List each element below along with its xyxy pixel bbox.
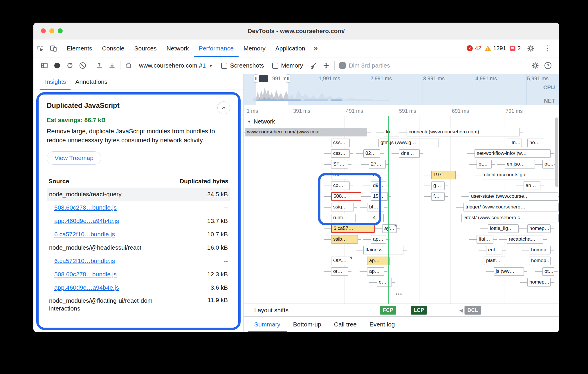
dim-3rd-parties-toggle[interactable]: Dim 3rd parties [339, 62, 390, 69]
more-tabs-button[interactable]: » [310, 39, 321, 57]
tab-network[interactable]: Network [162, 39, 194, 57]
source-file-link[interactable]: app.460d9e…a94b4e.js [54, 217, 119, 224]
bottom-tab-summary[interactable]: Summary [248, 317, 287, 332]
network-request-bar[interactable]: ot… [331, 267, 348, 276]
network-request-bar[interactable]: dns… [399, 149, 420, 158]
console-error-count[interactable]: × 42 [467, 45, 481, 52]
network-request-bar[interactable]: lottie_lig… [488, 224, 519, 233]
network-request-bar[interactable]: css… [331, 149, 350, 158]
settings-gear-icon[interactable] [524, 45, 538, 52]
help-icon[interactable]: ? [542, 59, 554, 72]
network-request-bar[interactable]: homep… [529, 257, 551, 265]
network-request-bar[interactable]: bf… [367, 203, 384, 211]
tab-memory[interactable]: Memory [239, 39, 270, 57]
network-request-bar[interactable]: ay… [382, 224, 397, 233]
tab-console[interactable]: Console [97, 39, 129, 57]
network-request-bar[interactable]: 0… [371, 171, 384, 179]
sidebar-tab-annotations[interactable]: Annotations [71, 74, 112, 90]
network-scrollbar[interactable] [555, 117, 558, 302]
tab-elements[interactable]: Elements [62, 39, 97, 57]
kebab-menu-icon[interactable]: ⋮ [541, 44, 554, 53]
network-request-bar[interactable]: ot… [542, 160, 554, 168]
network-request-bar[interactable]: d9… [371, 181, 386, 190]
network-request-bar[interactable]: 508… [331, 192, 361, 201]
network-request-bar[interactable]: f… [431, 192, 445, 201]
network-request-bar[interactable]: Ifai… [477, 235, 493, 244]
marker-badge-fcp[interactable]: FCP [380, 306, 396, 315]
network-request-bar[interactable]: www.coursehero.com/ (www.cour… [245, 128, 367, 136]
issues-count[interactable]: 2 [510, 45, 521, 52]
network-request-bar[interactable]: Ifainess… [363, 246, 403, 254]
network-request-bar[interactable]: en.jso… [505, 160, 535, 168]
bottom-tab-event-log[interactable]: Event log [363, 317, 401, 332]
network-request-bar[interactable]: platf… [484, 257, 505, 265]
network-request-bar[interactable]: homep… [529, 246, 551, 254]
device-toolbar-icon[interactable] [47, 39, 60, 57]
close-window-button[interactable] [41, 28, 46, 33]
network-request-bar[interactable]: 197… [431, 171, 456, 179]
save-profile-icon[interactable] [106, 59, 118, 72]
network-request-bar[interactable]: ot… [477, 160, 492, 168]
inspect-element-icon[interactable] [33, 39, 47, 57]
home-icon[interactable] [122, 59, 135, 72]
memory-checkbox[interactable]: Memory [272, 62, 303, 69]
toggle-sidebar-icon[interactable] [38, 59, 51, 72]
network-request-bar[interactable]: OtA… [331, 257, 352, 265]
source-file-link[interactable]: 508.60c278…bundle.js [54, 204, 117, 211]
network-request-bar[interactable]: client (accounts.go… [482, 171, 558, 179]
network-request-bar[interactable]: recaptcha… [507, 235, 543, 244]
tab-application[interactable]: Application [270, 39, 310, 57]
console-warning-count[interactable]: ! 1291 [485, 45, 506, 52]
sidebar-tab-insights[interactable]: Insights [40, 74, 71, 90]
source-file-link[interactable]: 508.60c278…bundle.js [54, 271, 117, 278]
garbage-collect-icon[interactable] [307, 59, 320, 72]
source-file-link[interactable]: 6.ca572f10…bundle.js [54, 257, 115, 264]
network-request-bar[interactable]: 15… [371, 192, 388, 201]
recording-history-select[interactable]: www.coursehero.com #1 ▼ [135, 62, 217, 69]
network-track-header[interactable]: ▼ Network [244, 116, 559, 127]
zoom-window-button[interactable] [58, 28, 63, 33]
bottom-tab-bottom-up[interactable]: Bottom-up [287, 317, 328, 332]
network-request-bar[interactable]: ap… [371, 235, 386, 244]
network-request-bar[interactable]: o… [377, 278, 392, 286]
network-request-bar[interactable]: ot… [542, 267, 554, 276]
network-request-bar[interactable]: 27… [369, 160, 386, 168]
source-file-link[interactable]: app.460d9e…a94b4e.js [54, 284, 119, 291]
network-request-bar[interactable]: 02… [363, 149, 380, 158]
network-request-bar[interactable]: ssib… [331, 235, 358, 244]
network-request-bar[interactable]: latest/ (www.coursehero.c… [461, 214, 559, 222]
overview-handle-right[interactable] [286, 75, 290, 82]
network-request-bar[interactable]: ent… [486, 246, 502, 254]
load-profile-icon[interactable] [93, 59, 106, 72]
network-request-bar[interactable]: css… [331, 139, 350, 147]
marker-badge-lcp[interactable]: LCP [411, 306, 427, 315]
timeline-overview[interactable]: CPU NET 991 ms1,991 ms2,991 ms3,991 ms4,… [244, 74, 559, 105]
network-request-bar[interactable]: gtm.js (www.g… [378, 139, 439, 147]
screenshots-checkbox[interactable]: Screenshots [221, 62, 264, 69]
collapse-insight-button[interactable] [217, 101, 230, 114]
source-file-link[interactable]: 6.ca572f10…bundle.js [54, 231, 115, 238]
network-request-bar[interactable]: homep… [527, 224, 551, 233]
network-request-bar[interactable]: ssig… [331, 203, 354, 211]
network-request-bar[interactable]: connect/ (www.coursehero.com) [407, 128, 520, 136]
collapse-flame-icon[interactable] [320, 59, 333, 72]
network-request-bar[interactable]: an… [524, 181, 540, 190]
minimize-window-button[interactable] [49, 28, 54, 33]
network-request-bar[interactable]: ap… [367, 257, 390, 265]
tab-sources[interactable]: Sources [129, 39, 162, 57]
network-request-bar[interactable]: _In… [507, 139, 522, 147]
network-request-bar[interactable]: 6.ca57… [331, 224, 375, 233]
bottom-tab-call-tree[interactable]: Call tree [328, 317, 363, 332]
network-request-bar[interactable]: ssi… [331, 171, 348, 179]
network-request-bar[interactable]: aet-workflow-info/ (w… [475, 149, 551, 158]
network-request-bar[interactable]: lo… [384, 128, 399, 136]
tab-performance[interactable]: Performance [194, 39, 239, 57]
marker-badge-dcl[interactable]: DCL [465, 306, 481, 315]
overview-handle-left[interactable] [254, 75, 258, 82]
network-request-bar[interactable]: co… [331, 181, 350, 190]
record-icon[interactable] [51, 59, 64, 72]
network-request-bar[interactable]: ap… [367, 267, 384, 276]
network-request-bar[interactable]: user-state/ (www.course… [469, 192, 558, 201]
scrollbar-thumb[interactable] [555, 117, 558, 187]
view-treemap-button[interactable]: View Treemap [47, 151, 101, 165]
